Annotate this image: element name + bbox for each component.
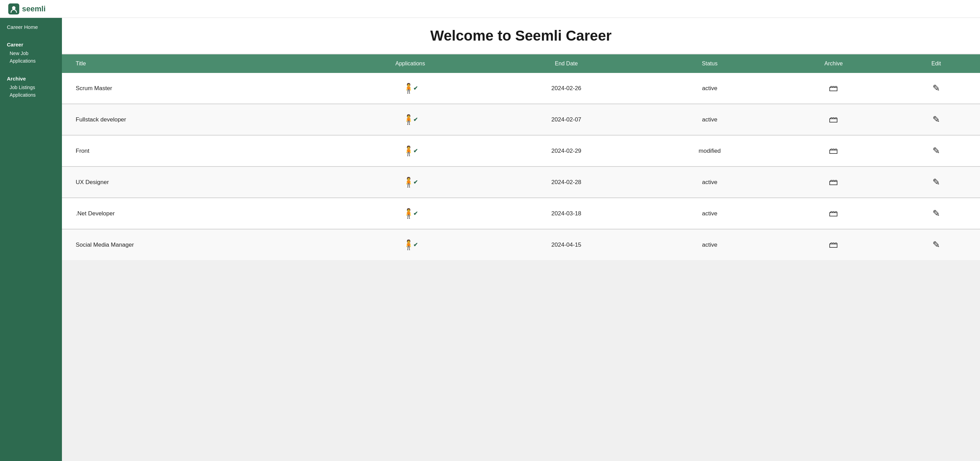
person-icon: 🧍 (402, 145, 415, 157)
job-listings-table: Title Applications End Date Status Archi… (62, 54, 980, 260)
page-title: Welcome to Seemli Career (69, 27, 973, 44)
archive-icon[interactable]: 🗃 (829, 177, 838, 187)
col-header-end-date: End Date (488, 54, 644, 73)
cell-archive[interactable]: 🗃 (775, 198, 892, 229)
cell-status: active (644, 167, 775, 198)
col-header-applications: Applications (332, 54, 488, 73)
check-icon: ✔ (413, 148, 418, 154)
table-header-row: Title Applications End Date Status Archi… (62, 54, 980, 73)
cell-status: active (644, 229, 775, 260)
cell-edit[interactable]: ✎ (892, 104, 980, 135)
edit-icon[interactable]: ✎ (932, 146, 940, 156)
logo: seemli (8, 3, 46, 14)
edit-icon[interactable]: ✎ (932, 208, 940, 218)
svg-point-1 (12, 6, 16, 10)
table-row: .Net Developer 🧍 ✔ 2024-03-18active🗃✎ (62, 198, 980, 229)
check-icon: ✔ (413, 85, 418, 92)
cell-applications[interactable]: 🧍 ✔ (332, 135, 488, 167)
cell-title: UX Designer (62, 167, 332, 198)
check-icon: ✔ (413, 210, 418, 217)
cell-status: active (644, 198, 775, 229)
cell-archive[interactable]: 🗃 (775, 73, 892, 104)
table-row: Scrum Master 🧍 ✔ 2024-02-26active🗃✎ (62, 73, 980, 104)
edit-icon[interactable]: ✎ (932, 177, 940, 187)
table-body: Scrum Master 🧍 ✔ 2024-02-26active🗃✎Fulls… (62, 73, 980, 260)
check-icon: ✔ (413, 179, 418, 186)
table-row: Front 🧍 ✔ 2024-02-29modified🗃✎ (62, 135, 980, 167)
sidebar-item-job-listings[interactable]: Job Listings (7, 84, 55, 91)
archive-icon[interactable]: 🗃 (829, 208, 838, 218)
col-header-title: Title (62, 54, 332, 73)
applications-icon[interactable]: 🧍 ✔ (402, 176, 418, 188)
sidebar-item-new-job[interactable]: New Job (7, 49, 55, 57)
check-icon: ✔ (413, 116, 418, 123)
sidebar-item-applications[interactable]: Applications (7, 57, 55, 65)
cell-applications[interactable]: 🧍 ✔ (332, 198, 488, 229)
cell-edit[interactable]: ✎ (892, 135, 980, 167)
applications-icon[interactable]: 🧍 ✔ (402, 83, 418, 94)
archive-icon[interactable]: 🗃 (829, 240, 838, 250)
sidebar: Career Home Career New Job Applications … (0, 18, 62, 461)
col-header-archive: Archive (775, 54, 892, 73)
cell-end-date: 2024-02-26 (488, 73, 644, 104)
applications-icon[interactable]: 🧍 ✔ (402, 114, 418, 125)
table-container: Title Applications End Date Status Archi… (62, 54, 980, 461)
sidebar-group-archive: Archive Job Listings Applications (0, 70, 62, 104)
welcome-header: Welcome to Seemli Career (62, 18, 980, 54)
person-icon: 🧍 (402, 176, 415, 188)
cell-status: modified (644, 135, 775, 167)
person-icon: 🧍 (402, 114, 415, 125)
person-icon: 🧍 (402, 208, 415, 219)
seemli-logo-icon (8, 3, 19, 14)
person-icon: 🧍 (402, 239, 415, 250)
cell-end-date: 2024-02-29 (488, 135, 644, 167)
edit-icon[interactable]: ✎ (932, 114, 940, 124)
sidebar-archive-title: Archive (7, 76, 55, 81)
sidebar-group-career: Career New Job Applications (0, 36, 62, 70)
applications-icon[interactable]: 🧍 ✔ (402, 208, 418, 219)
edit-icon[interactable]: ✎ (932, 83, 940, 93)
sidebar-item-career-home[interactable]: Career Home (0, 18, 62, 36)
archive-icon[interactable]: 🗃 (829, 83, 838, 93)
cell-title: Fullstack developer (62, 104, 332, 135)
cell-edit[interactable]: ✎ (892, 198, 980, 229)
table-row: Fullstack developer 🧍 ✔ 2024-02-07active… (62, 104, 980, 135)
cell-edit[interactable]: ✎ (892, 167, 980, 198)
cell-applications[interactable]: 🧍 ✔ (332, 73, 488, 104)
cell-archive[interactable]: 🗃 (775, 167, 892, 198)
cell-edit[interactable]: ✎ (892, 229, 980, 260)
edit-icon[interactable]: ✎ (932, 240, 940, 250)
main-layout: Career Home Career New Job Applications … (0, 18, 980, 461)
cell-applications[interactable]: 🧍 ✔ (332, 229, 488, 260)
cell-applications[interactable]: 🧍 ✔ (332, 167, 488, 198)
cell-end-date: 2024-02-07 (488, 104, 644, 135)
cell-title: Scrum Master (62, 73, 332, 104)
sidebar-career-title: Career (7, 41, 55, 48)
top-bar: seemli (0, 0, 980, 18)
col-header-status: Status (644, 54, 775, 73)
cell-end-date: 2024-03-18 (488, 198, 644, 229)
cell-status: active (644, 73, 775, 104)
table-row: UX Designer 🧍 ✔ 2024-02-28active🗃✎ (62, 167, 980, 198)
content-area: Welcome to Seemli Career Title Applicati… (62, 18, 980, 461)
col-header-edit: Edit (892, 54, 980, 73)
cell-archive[interactable]: 🗃 (775, 229, 892, 260)
cell-title: Front (62, 135, 332, 167)
applications-icon[interactable]: 🧍 ✔ (402, 239, 418, 250)
cell-edit[interactable]: ✎ (892, 73, 980, 104)
applications-icon[interactable]: 🧍 ✔ (402, 145, 418, 157)
cell-end-date: 2024-04-15 (488, 229, 644, 260)
cell-archive[interactable]: 🗃 (775, 104, 892, 135)
cell-title: .Net Developer (62, 198, 332, 229)
sidebar-item-archive-applications[interactable]: Applications (7, 91, 55, 99)
cell-applications[interactable]: 🧍 ✔ (332, 104, 488, 135)
archive-icon[interactable]: 🗃 (829, 146, 838, 156)
cell-title: Social Media Manager (62, 229, 332, 260)
archive-icon[interactable]: 🗃 (829, 114, 838, 124)
cell-status: active (644, 104, 775, 135)
logo-text: seemli (22, 5, 46, 13)
person-icon: 🧍 (402, 83, 415, 94)
cell-archive[interactable]: 🗃 (775, 135, 892, 167)
cell-end-date: 2024-02-28 (488, 167, 644, 198)
table-row: Social Media Manager 🧍 ✔ 2024-04-15activ… (62, 229, 980, 260)
